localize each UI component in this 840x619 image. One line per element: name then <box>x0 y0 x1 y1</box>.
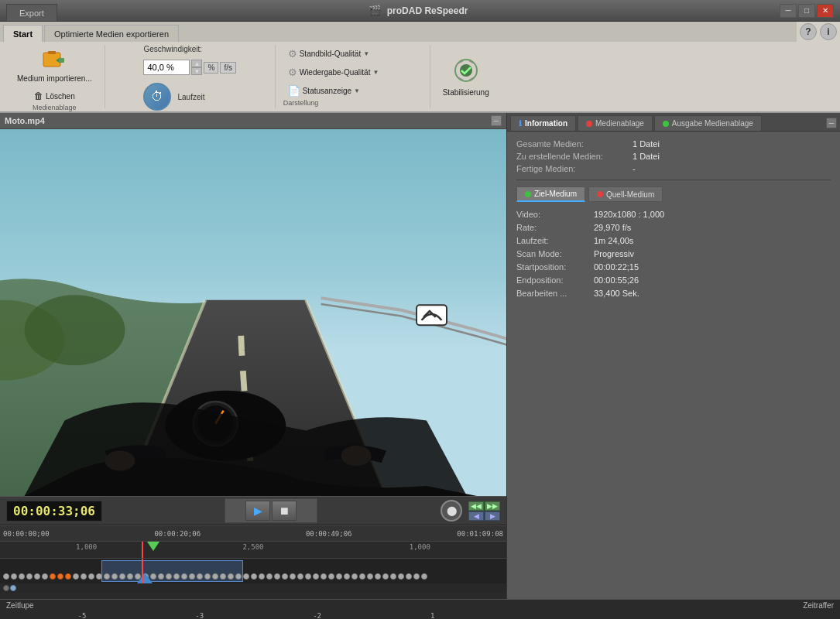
ribbon-group-stabilisierung: Stabilisierung <box>430 45 502 108</box>
ribbon-tab-export[interactable]: Optimierte Medien exportieren <box>44 25 179 42</box>
timeline-dot-indicator <box>0 583 506 593</box>
video-panel-minimize-button[interactable]: ─ <box>491 115 502 126</box>
tab-information-label: Information <box>525 119 567 128</box>
close-button[interactable]: ✕ <box>817 4 834 18</box>
stabilisierung-button[interactable]: Stabilisierung <box>438 54 494 99</box>
zeitraffer-label: Zeitraffer <box>803 601 834 610</box>
zeitlupe-label: Zeitlupe <box>6 601 34 610</box>
timeline-bottom-labels: Zeitlupe Zeitraffer <box>0 600 840 611</box>
stop-button[interactable]: ⏹ <box>272 501 297 521</box>
quell-tab[interactable]: Quell-Medium <box>588 186 663 202</box>
startpos-value: 00:00:22;15 <box>594 262 639 272</box>
playhead-line <box>142 559 143 583</box>
help-info-button[interactable]: i <box>820 23 837 40</box>
laufzeit-detail-value: 1m 24,00s <box>594 236 633 245</box>
help-icons-area: ? i <box>797 22 840 42</box>
speed-number-labels: -5 -3 -2 1 <box>0 611 840 619</box>
app-icon: 🎬 <box>369 5 381 16</box>
gear-icon-standbild: ⚙ <box>288 48 297 60</box>
nav-down-right-button[interactable]: ▶ <box>485 511 500 521</box>
position-indicator <box>10 585 16 591</box>
snapshot-button[interactable]: ⬤ <box>441 500 462 522</box>
delete-button[interactable]: 🗑 Löschen <box>30 88 79 104</box>
marker-dot <box>228 573 234 580</box>
timeline-playhead[interactable] <box>142 542 143 558</box>
marker-dot <box>26 573 33 580</box>
ziel-tab[interactable]: Ziel-Medium <box>516 186 585 202</box>
standbild-arrow: ▼ <box>363 50 369 57</box>
tab-ausgabe[interactable]: Ausgabe Medienablage <box>654 115 762 131</box>
tab-medienablage[interactable]: Medienablage <box>578 115 653 131</box>
ausgabe-dot <box>663 121 669 127</box>
marker-dot <box>359 573 365 580</box>
fertige-value: - <box>633 164 636 173</box>
timecode-display: 00:00:33;06 <box>6 501 102 522</box>
marker-dot <box>104 573 110 580</box>
svg-rect-2 <box>59 58 64 63</box>
ribbon-tab-start[interactable]: Start <box>3 25 43 42</box>
ziel-label: Ziel-Medium <box>534 190 577 198</box>
nav-down-left-button[interactable]: ◀ <box>468 511 484 521</box>
timeline-area[interactable]: 00:00:00;00 00:00:20;06 00:00:49;06 00:0… <box>0 525 506 599</box>
export-tab[interactable]: Export <box>6 4 57 21</box>
statusanzeige-dropdown[interactable]: 📄 Statusanzeige ▼ <box>283 83 365 99</box>
standbild-label: Standbild-Qualität <box>300 50 362 58</box>
info-panel-minimize-button[interactable]: ─ <box>826 118 837 128</box>
svg-rect-1 <box>48 51 56 54</box>
timeline-marker-green <box>147 542 159 551</box>
marker-dot <box>390 573 396 580</box>
import-button[interactable]: Medium importieren... <box>12 45 97 86</box>
window-controls: ─ □ ✕ <box>780 4 834 18</box>
dot-indicator-row <box>3 585 16 591</box>
transport-buttons: ▶ ⏹ <box>225 498 317 523</box>
restore-button[interactable]: □ <box>798 4 815 18</box>
video-panel-header: Moto.mp4 ─ <box>0 113 506 129</box>
info-content: Gesamte Medien: 1 Datei Zu erstellende M… <box>507 132 840 599</box>
marker-dot <box>413 573 420 580</box>
timeline-ruler[interactable]: 00:00:00;00 00:00:20;06 00:00:49;06 00:0… <box>0 526 506 542</box>
percent-unit-button[interactable]: % <box>204 62 218 74</box>
delete-icon: 🗑 <box>34 91 43 101</box>
gesamte-label: Gesamte Medien: <box>516 139 633 149</box>
stabilisierung-content: Stabilisierung <box>438 45 494 108</box>
gear-icon-wiedergabe: ⚙ <box>288 67 297 78</box>
minimize-button[interactable]: ─ <box>780 4 797 18</box>
scanmode-value: Progressiv <box>594 249 634 258</box>
tab-information[interactable]: ℹ Information <box>510 115 576 131</box>
marker-dot <box>81 573 87 580</box>
endpos-label: Endposition: <box>516 275 594 285</box>
scanmode-label: Scan Mode: <box>516 249 594 258</box>
info-row-zu-erstellende: Zu erstellende Medien: 1 Datei <box>516 152 831 161</box>
timeline-triangle-up <box>137 573 153 583</box>
standbild-dropdown[interactable]: ⚙ Standbild-Qualität ▼ <box>283 46 374 62</box>
marker-dot <box>212 573 218 580</box>
marker-dot <box>328 573 334 580</box>
ribbon-group-geschwindigkeit: Geschwindigkeit: ▲ ▼ % f/s ⏱ Laufzeit Zw… <box>105 45 276 108</box>
tab-ausgabe-label: Ausgabe Medienablage <box>672 119 753 128</box>
timeline-track-main[interactable] <box>0 559 506 583</box>
nav-arrows: ◀◀ ▶▶ ◀ ▶ <box>468 501 500 521</box>
laufzeit-icon[interactable]: ⏱ <box>143 83 171 111</box>
nav-prev-button[interactable]: ◀◀ <box>468 501 484 511</box>
marker-dot <box>313 573 319 580</box>
statusanzeige-label: Statusanzeige <box>303 87 351 95</box>
speed-input[interactable] <box>143 60 190 75</box>
marker-dot <box>336 573 342 580</box>
play-button[interactable]: ▶ <box>245 501 270 521</box>
marker-dot <box>297 573 303 580</box>
speed-label: Geschwindigkeit: <box>143 45 202 53</box>
speed-up-arrow[interactable]: ▲ <box>191 60 202 67</box>
zu-erstellende-label: Zu erstellende Medien: <box>516 152 633 161</box>
bearbeiten-link[interactable]: Bearbeiten ... <box>516 289 594 298</box>
marker-dot <box>127 573 133 580</box>
marker-dot <box>158 573 164 580</box>
marker-dot-orange <box>50 573 56 580</box>
speed-down-arrow[interactable]: ▼ <box>191 67 202 75</box>
detail-row-endpos: Endposition: 00:00:55;26 <box>516 275 831 285</box>
marker-dot <box>220 573 226 580</box>
nav-next-button[interactable]: ▶▶ <box>485 501 500 511</box>
ribbon-group-darstellung: ⚙ Standbild-Qualität ▼ ⚙ Wiedergabe-Qual… <box>276 45 430 108</box>
fps-unit-button[interactable]: f/s <box>220 62 236 74</box>
wiedergabe-dropdown[interactable]: ⚙ Wiedergabe-Qualität ▼ <box>283 64 384 80</box>
help-question-button[interactable]: ? <box>800 23 817 40</box>
